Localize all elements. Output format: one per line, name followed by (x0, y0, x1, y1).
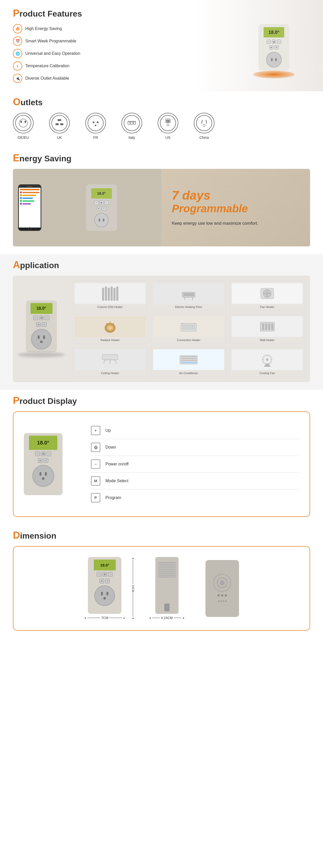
svg-point-33 (266, 292, 268, 295)
display-btns: + ⏻ − (35, 452, 51, 456)
display-ground (42, 477, 44, 480)
app-electric-label: Electric Heating Floor (175, 305, 202, 308)
energy-title-rest: nergy Saving (20, 154, 71, 163)
control-key-p: P (91, 493, 100, 502)
features-content: 🔥 High Energy Saving 📅 Smart Week Progra… (13, 24, 310, 86)
svg-point-22 (196, 115, 212, 131)
control-mode: M Mode Select (91, 473, 299, 490)
outlet-deeu: DE/EU (13, 113, 34, 140)
dimension-title: Dimension (13, 530, 310, 541)
svg-point-2 (21, 121, 22, 123)
column-heater-img (75, 283, 146, 304)
dim-screen: 18.0° (94, 560, 116, 570)
svg-point-25 (203, 124, 205, 126)
display-socket (32, 465, 54, 487)
feature-week: 📅 Smart Week Programmable (13, 36, 238, 46)
title-first-letter: P (13, 8, 20, 19)
height-label: 14CM (132, 585, 135, 592)
app-first-letter: A (13, 259, 20, 270)
energy-btn-minus: − (105, 200, 109, 205)
dim-grills (158, 562, 176, 577)
outlet-deeu-label: DE/EU (18, 135, 29, 140)
features-device-image: 18.0° + ⏻ − M P (238, 24, 310, 79)
feature-universal: 🌐 Universal and Easy Operation (13, 49, 238, 58)
dim-title-rest: imension (20, 531, 56, 540)
outlet-china-label: China (199, 135, 209, 140)
ac-display (181, 362, 197, 363)
socket-hole-left (271, 58, 272, 61)
svg-point-3 (25, 121, 26, 123)
svg-rect-13 (128, 121, 130, 124)
svg-rect-28 (184, 295, 194, 296)
energy-btn-p: P (102, 206, 106, 211)
outlet-us-svg (159, 114, 177, 132)
depth-label: 4.15CM (161, 616, 173, 620)
svg-point-9 (93, 122, 95, 123)
svg-rect-21 (166, 119, 170, 123)
ceiling-heater-img (75, 349, 146, 370)
electric-heater-svg (181, 287, 196, 300)
app-lg-screen: 18.0° (31, 303, 53, 314)
outlet-uk: UK (49, 113, 70, 140)
dim-btn-plus: + (97, 572, 101, 577)
globe-icon: 🌐 (13, 49, 22, 58)
product-features-title: Product Features (13, 8, 310, 19)
svg-rect-45 (182, 325, 195, 326)
control-desc-power: Power on/off (105, 462, 129, 466)
control-key-power: ⏻ (91, 443, 100, 452)
phone-screen (19, 188, 40, 227)
outlets-first-letter: O (13, 96, 21, 107)
energy-banner-left: 18.0° + ⏻ − M P (13, 169, 162, 246)
feature-energy-text: High Energy Saving (25, 26, 62, 31)
svg-rect-14 (131, 121, 133, 124)
control-key-plus: + (91, 426, 100, 435)
svg-rect-18 (166, 120, 168, 122)
fan-heater-svg (259, 286, 275, 301)
control-down: ⏻ Down (91, 439, 299, 456)
svg-point-64 (266, 359, 268, 361)
control-program: P Program (91, 490, 299, 506)
app-large-device: 18.0° + ⏻ − M P (26, 301, 57, 352)
convection-heater-svg (180, 319, 198, 334)
display-btns2: M P (38, 458, 48, 463)
outlet-italy-icon (122, 113, 142, 133)
dim-ground (103, 597, 106, 599)
outlet-italy: Italy (122, 113, 142, 140)
energy-btn-power: ⏻ (99, 200, 104, 205)
energy-socket (94, 213, 108, 227)
svg-rect-46 (182, 327, 195, 328)
svg-point-40 (109, 327, 111, 329)
outlet-fr-label: FR (93, 135, 98, 140)
convection-heater-img (153, 316, 224, 337)
svg-rect-55 (102, 354, 118, 360)
svg-point-10 (97, 122, 99, 123)
app-device-container: 18.0° + ⏻ − M P (18, 301, 65, 357)
ac-vent-2 (181, 358, 197, 359)
dim-front-view: 18.0° + ⏻ − M P (84, 557, 126, 620)
dimension-box: 18.0° + ⏻ − M P (13, 546, 310, 631)
wall-heater-img (232, 316, 302, 337)
app-btn-plus: + (33, 315, 38, 320)
svg-rect-51 (262, 323, 264, 330)
device-socket (266, 52, 282, 67)
outlet-us: US (158, 113, 178, 140)
feature-universal-text: Universal and Easy Operation (25, 51, 80, 56)
app-item-cooling-fan: Cooling Fan (229, 347, 305, 377)
dim-socket-row (101, 592, 108, 595)
energy-device-btns: + ⏻ − (94, 200, 109, 205)
btn-minus: − (277, 39, 281, 44)
dim-hole-left (101, 592, 103, 595)
dim-btn-m: M (99, 579, 104, 583)
app-item-fan: Fan Heater (229, 281, 305, 311)
outlet-italy-svg (123, 114, 141, 132)
outlet-china: China (194, 113, 215, 140)
title-rest: roduct Features (20, 9, 82, 18)
btn-p: P (274, 45, 279, 50)
app-convection-label: Convection Heater (177, 338, 200, 342)
display-large-device: 18.0° + ⏻ − M P (24, 433, 63, 495)
app-lg-socket (31, 329, 52, 349)
display-hole-left (39, 472, 41, 476)
socket-holes (271, 58, 277, 61)
dim-side-device (155, 557, 179, 614)
electric-heater-img (153, 283, 224, 304)
